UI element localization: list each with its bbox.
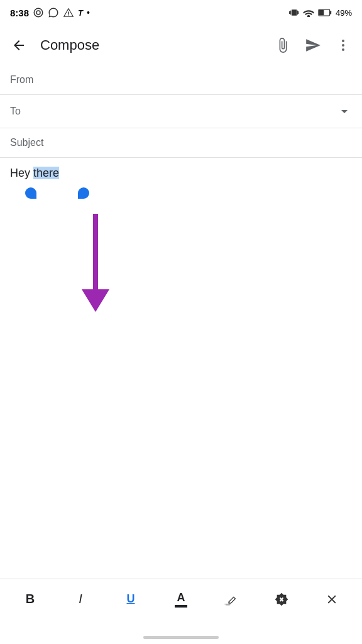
svg-rect-9 bbox=[224, 603, 231, 605]
subject-label: Subject bbox=[10, 137, 43, 148]
status-left: 8:38 T • bbox=[10, 7, 90, 18]
bold-button[interactable]: B bbox=[16, 586, 44, 613]
back-button[interactable] bbox=[5, 31, 33, 59]
wifi-icon bbox=[303, 8, 314, 17]
attach-button[interactable] bbox=[269, 31, 297, 59]
status-bar: 8:38 T • 49% bbox=[0, 0, 362, 25]
close-toolbar-button[interactable] bbox=[318, 586, 346, 613]
whatsapp-icon bbox=[48, 7, 59, 18]
font-color-button[interactable]: A bbox=[167, 586, 195, 613]
clear-format-button[interactable] bbox=[268, 586, 295, 613]
svg-point-0 bbox=[34, 8, 43, 17]
selection-handle-left[interactable] bbox=[25, 187, 36, 199]
from-label: From bbox=[10, 74, 54, 86]
font-color-bar bbox=[175, 605, 187, 608]
battery-icon bbox=[318, 8, 332, 17]
svg-point-1 bbox=[36, 11, 40, 14]
to-field[interactable]: To bbox=[0, 95, 362, 128]
selection-handle-right[interactable] bbox=[78, 187, 89, 199]
italic-button[interactable]: I bbox=[67, 586, 94, 613]
arrow-annotation bbox=[82, 214, 109, 312]
font-color-letter: A bbox=[177, 591, 185, 604]
subject-field[interactable]: Subject bbox=[0, 128, 362, 158]
from-field[interactable]: From bbox=[0, 65, 362, 95]
font-color-icon: A bbox=[175, 591, 187, 608]
send-button[interactable] bbox=[299, 31, 327, 59]
highlight-button[interactable] bbox=[217, 586, 245, 613]
more-options-button[interactable] bbox=[329, 31, 357, 59]
svg-point-6 bbox=[342, 44, 344, 47]
underline-letter: U bbox=[127, 592, 135, 606]
svg-point-5 bbox=[342, 40, 344, 42]
alert-icon bbox=[63, 7, 74, 18]
svg-rect-3 bbox=[330, 11, 332, 14]
arrow-shaft bbox=[93, 214, 98, 289]
vibrate-icon bbox=[289, 8, 299, 18]
status-time: 8:38 bbox=[10, 8, 29, 18]
status-right: 49% bbox=[289, 8, 352, 18]
arrow-head bbox=[82, 289, 109, 312]
battery-percent: 49% bbox=[336, 8, 352, 18]
highlight-icon bbox=[224, 592, 238, 606]
nytimes-icon: T bbox=[78, 8, 83, 18]
sim-icon bbox=[33, 7, 44, 18]
selection-handles bbox=[10, 181, 85, 199]
page-title: Compose bbox=[40, 37, 269, 53]
compose-text-area[interactable]: Hey there bbox=[10, 167, 352, 180]
to-label: To bbox=[10, 106, 54, 117]
underline-button[interactable]: U bbox=[117, 586, 145, 613]
svg-rect-4 bbox=[319, 10, 324, 15]
app-bar-actions bbox=[269, 31, 357, 59]
text-normal: Hey bbox=[10, 167, 33, 179]
compose-body[interactable]: Hey there bbox=[0, 158, 362, 208]
svg-point-7 bbox=[342, 48, 344, 51]
dot-icon: • bbox=[87, 8, 90, 18]
home-indicator bbox=[143, 636, 219, 639]
expand-to-icon[interactable] bbox=[337, 104, 352, 119]
app-bar: Compose bbox=[0, 25, 362, 65]
format-toolbar: B I U A bbox=[0, 579, 362, 619]
text-selected: there bbox=[33, 167, 59, 179]
